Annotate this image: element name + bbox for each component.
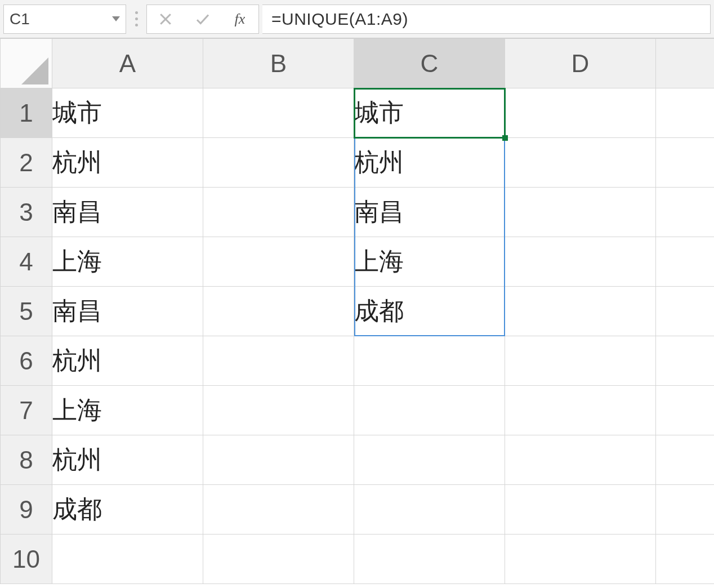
- cell-C9[interactable]: [354, 485, 505, 534]
- cell-C10[interactable]: [354, 534, 505, 584]
- cell-D4[interactable]: [505, 237, 656, 287]
- cell-A7[interactable]: 上海: [52, 386, 203, 435]
- formula-bar: C1 fx =UNIQUE(A1:A9): [0, 0, 714, 38]
- cell-B9[interactable]: [203, 485, 354, 534]
- cell-E8[interactable]: [656, 435, 715, 485]
- row-header-3[interactable]: 3: [1, 188, 52, 237]
- cell-D5[interactable]: [505, 287, 656, 336]
- select-all-button[interactable]: [1, 39, 52, 88]
- cell-A8[interactable]: 杭州: [52, 435, 203, 485]
- cell-B5[interactable]: [203, 287, 354, 336]
- cell-E3[interactable]: [656, 188, 715, 237]
- x-icon: [157, 11, 174, 28]
- cell-C5[interactable]: 成都: [354, 287, 505, 336]
- row-header-1[interactable]: 1: [1, 88, 52, 138]
- row-header-9[interactable]: 9: [1, 485, 52, 534]
- cell-B7[interactable]: [203, 386, 354, 435]
- cell-A3[interactable]: 南昌: [52, 188, 203, 237]
- cell-E2[interactable]: [656, 138, 715, 188]
- row-header-5[interactable]: 5: [1, 287, 52, 336]
- formula-bar-grip-icon: [130, 11, 143, 26]
- cell-B2[interactable]: [203, 138, 354, 188]
- cell-C2[interactable]: 杭州: [354, 138, 505, 188]
- cell-C4[interactable]: 上海: [354, 237, 505, 287]
- cell-A2[interactable]: 杭州: [52, 138, 203, 188]
- col-header-A[interactable]: A: [52, 39, 203, 88]
- cell-A1[interactable]: 城市: [52, 88, 203, 138]
- spreadsheet-area[interactable]: A B C D 1 城市 城市 2 杭州 杭州: [0, 38, 714, 588]
- cell-D1[interactable]: [505, 88, 656, 138]
- cell-E10[interactable]: [656, 534, 715, 584]
- name-box[interactable]: C1: [3, 5, 126, 34]
- cell-D8[interactable]: [505, 435, 656, 485]
- cell-E1[interactable]: [656, 88, 715, 138]
- col-header-E[interactable]: [656, 39, 715, 88]
- formula-input[interactable]: =UNIQUE(A1:A9): [262, 5, 711, 34]
- cell-E7[interactable]: [656, 386, 715, 435]
- row-header-8[interactable]: 8: [1, 435, 52, 485]
- enter-button[interactable]: [184, 5, 221, 33]
- cell-D2[interactable]: [505, 138, 656, 188]
- col-header-D[interactable]: D: [505, 39, 656, 88]
- cell-A10[interactable]: [52, 534, 203, 584]
- grid: A B C D 1 城市 城市 2 杭州 杭州: [0, 38, 714, 584]
- row-header-4[interactable]: 4: [1, 237, 52, 287]
- name-box-dropdown-icon[interactable]: [112, 16, 120, 21]
- fill-handle[interactable]: [502, 135, 508, 141]
- cell-B4[interactable]: [203, 237, 354, 287]
- name-box-value: C1: [10, 10, 30, 28]
- fx-icon: fx: [235, 11, 246, 28]
- cell-E5[interactable]: [656, 287, 715, 336]
- col-header-B[interactable]: B: [203, 39, 354, 88]
- cell-B10[interactable]: [203, 534, 354, 584]
- cell-C8[interactable]: [354, 435, 505, 485]
- cell-B3[interactable]: [203, 188, 354, 237]
- check-icon: [194, 11, 211, 28]
- formula-bar-buttons: fx: [146, 5, 259, 34]
- cell-A6[interactable]: 杭州: [52, 336, 203, 386]
- cell-A5[interactable]: 南昌: [52, 287, 203, 336]
- cell-C6[interactable]: [354, 336, 505, 386]
- cell-B6[interactable]: [203, 336, 354, 386]
- cell-C1[interactable]: 城市: [354, 88, 505, 138]
- cell-C3[interactable]: 南昌: [354, 188, 505, 237]
- row-header-6[interactable]: 6: [1, 336, 52, 386]
- cell-E9[interactable]: [656, 485, 715, 534]
- cell-D10[interactable]: [505, 534, 656, 584]
- cell-B8[interactable]: [203, 435, 354, 485]
- cell-B1[interactable]: [203, 88, 354, 138]
- col-header-C[interactable]: C: [354, 39, 505, 88]
- cell-A9[interactable]: 成都: [52, 485, 203, 534]
- cell-D3[interactable]: [505, 188, 656, 237]
- cell-E6[interactable]: [656, 336, 715, 386]
- row-header-2[interactable]: 2: [1, 138, 52, 188]
- cancel-button[interactable]: [147, 5, 184, 33]
- insert-function-button[interactable]: fx: [221, 5, 258, 33]
- cell-E4[interactable]: [656, 237, 715, 287]
- row-header-7[interactable]: 7: [1, 386, 52, 435]
- cell-D9[interactable]: [505, 485, 656, 534]
- cell-A4[interactable]: 上海: [52, 237, 203, 287]
- formula-text: =UNIQUE(A1:A9): [271, 10, 408, 29]
- cell-D7[interactable]: [505, 386, 656, 435]
- cell-D6[interactable]: [505, 336, 656, 386]
- row-header-10[interactable]: 10: [1, 534, 52, 584]
- cell-C7[interactable]: [354, 386, 505, 435]
